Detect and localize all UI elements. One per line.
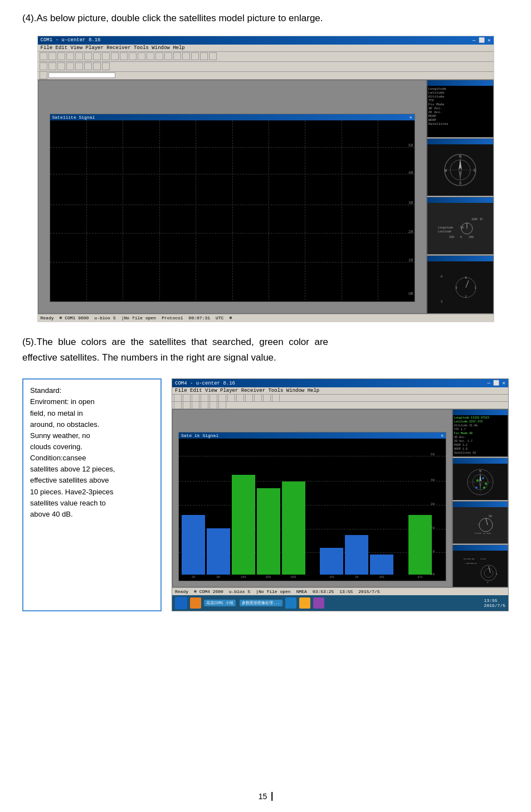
tb2b-btn3[interactable] xyxy=(192,401,199,409)
tb2-btn9[interactable] xyxy=(245,394,253,402)
tb2b-btn5[interactable] xyxy=(210,401,217,409)
taskbar-ie-icon[interactable] xyxy=(285,597,296,609)
toolbar-btn16[interactable] xyxy=(173,52,181,60)
xlabel-9: 01x xyxy=(408,576,432,579)
toolbar-btn11[interactable] xyxy=(129,52,137,60)
toolbar-btn13[interactable] xyxy=(147,52,154,60)
bar-7 xyxy=(345,535,368,575)
toolbar-btn9[interactable] xyxy=(111,52,119,60)
main-panel2: Sate lk Signal ✕ xyxy=(172,409,452,587)
tb2-btn2[interactable] xyxy=(183,394,191,402)
toolbar-btn10[interactable] xyxy=(120,52,128,60)
tb2-btn6[interactable] xyxy=(218,394,226,402)
tb2b-btn4[interactable] xyxy=(201,401,208,409)
svg-point-34 xyxy=(482,477,484,479)
chart-with-bars: 50 40 30 20 10 50 xyxy=(179,439,446,579)
svg-text:3: 3 xyxy=(455,286,457,290)
map2-titlebar xyxy=(453,545,508,551)
grid-label-10: 10 xyxy=(408,258,413,262)
svg-point-35 xyxy=(476,479,479,482)
toolbar-btn15[interactable] xyxy=(164,52,172,60)
map-panel2: 21:53:29 1/13 → 20:00:47 0 3 xyxy=(452,544,508,587)
toolbar2-btn2[interactable] xyxy=(48,62,56,70)
satellite-signal-window1: Satellite Signal ✕ 50 40 30 xyxy=(50,114,415,302)
toolbar2-btn7[interactable] xyxy=(93,62,101,70)
info2-altitude: Altitude 31.0m xyxy=(454,424,506,428)
toolbar-btn19[interactable] xyxy=(200,52,208,60)
toolbar2-btn5[interactable] xyxy=(75,62,83,70)
map-panel-titlebar xyxy=(427,256,493,261)
tb2-btn4[interactable] xyxy=(201,394,208,402)
sat-signal-close2[interactable]: ✕ xyxy=(441,433,444,438)
chart2-content: 50 ≈ Price +1.416 xyxy=(453,507,508,543)
chart-panel1: 100 160 50 200 0 250 Longitude Latitude xyxy=(427,197,494,255)
toolbar-btn12[interactable] xyxy=(138,52,145,60)
ucenter2-statusbar: Ready ⊛ COM4 2600 u-blox 5 |No file open… xyxy=(172,587,508,595)
info2-titlebar xyxy=(453,410,508,415)
note-line9: 10 pieces. Have2-3pieces xyxy=(30,487,154,498)
toolbar-btn4[interactable] xyxy=(66,52,74,60)
toolbar-btn18[interactable] xyxy=(191,52,199,60)
map2-content: 21:53:29 1/13 → 20:00:47 0 3 xyxy=(453,551,508,587)
info-panel-titlebar xyxy=(427,80,493,86)
tb2-btn8[interactable] xyxy=(236,394,244,402)
note-line1: Enviroment: in open xyxy=(30,396,154,407)
xlabel-4: 020 xyxy=(257,576,280,579)
toolbar-btn8[interactable] xyxy=(102,52,110,60)
taskbar-start-icon[interactable] xyxy=(175,597,187,609)
map-content: 8 1 2 3 0 3 xyxy=(427,261,493,313)
tb2-btn10[interactable] xyxy=(254,394,262,402)
toolbar-btn2[interactable] xyxy=(48,52,56,60)
toolbar-btn3[interactable] xyxy=(57,52,65,60)
taskbar-app2-label[interactable]: 参数图形图像处理... xyxy=(240,600,282,606)
tb2b-btn2[interactable] xyxy=(183,401,191,409)
toolbar-btn1[interactable] xyxy=(40,52,47,60)
address-bar[interactable] xyxy=(48,72,115,78)
svg-text:1/13: 1/13 xyxy=(480,558,486,560)
toolbar-btn6[interactable] xyxy=(84,52,92,60)
taskbar-file-icon[interactable] xyxy=(313,597,324,609)
toolbar-btn14[interactable] xyxy=(155,52,163,60)
tb2b-btn6[interactable] xyxy=(218,401,226,409)
toolbar-btn20[interactable] xyxy=(209,52,217,60)
status2-nofile: |No file open xyxy=(256,589,290,594)
page-number-area: 15 xyxy=(259,792,273,801)
svg-point-37 xyxy=(475,487,478,489)
tb2-btn3[interactable] xyxy=(192,394,199,402)
toolbar-btn17[interactable] xyxy=(182,52,190,60)
screenshot2-wrapper: COM4 - u-center 8.16 — ⬜ ✕ File Edit Vie… xyxy=(172,378,509,611)
taskbar-app1-icon[interactable] xyxy=(190,597,201,609)
section5-text2: effective satellites. The numbers in the… xyxy=(22,352,276,363)
toolbar2-btn1[interactable] xyxy=(40,62,47,70)
tb2-btn7[interactable] xyxy=(227,394,235,402)
bar-1 xyxy=(182,515,205,575)
toolbar2-btn8[interactable] xyxy=(102,62,110,70)
page-number-text: 15 xyxy=(259,792,267,801)
svg-point-48 xyxy=(484,568,493,577)
taskbar-explorer-icon[interactable] xyxy=(299,597,310,609)
ucenter1-title: COM1 - u-center 8.16 xyxy=(41,37,101,43)
tb2-btn12[interactable] xyxy=(272,394,280,402)
info-pdop: PDOP xyxy=(428,114,492,118)
tb2b-btn1[interactable] xyxy=(174,401,182,409)
tb2-btn1[interactable] xyxy=(174,394,182,402)
status2-time2: 13:55 xyxy=(339,589,353,594)
page-container: (4).As below picture, double click the s… xyxy=(0,0,531,812)
toolbar-btn7[interactable] xyxy=(93,52,101,60)
toolbar2-btn3[interactable] xyxy=(57,62,65,70)
svg-text:W: W xyxy=(444,168,447,173)
taskbar-app1-label[interactable]: 花花COM1 小组 xyxy=(204,600,236,606)
toolbar2-btn6[interactable] xyxy=(84,62,92,70)
toolbar-btn5[interactable] xyxy=(75,52,83,60)
info-fixmode: Fix Mode xyxy=(428,103,492,106)
toolbar2-btn4[interactable] xyxy=(66,62,74,70)
tb2-btn5[interactable] xyxy=(210,394,217,402)
note-line7: satellites above 12 pieces, xyxy=(30,464,154,475)
sat-signal-close1[interactable]: ✕ xyxy=(410,115,412,120)
bar-2 xyxy=(207,528,230,575)
svg-text:0: 0 xyxy=(460,236,462,239)
svg-text:1: 1 xyxy=(474,286,476,290)
toolbar3-btn1[interactable] xyxy=(40,71,47,79)
ucenter2-controls: — ⬜ ✕ xyxy=(487,380,505,386)
tb2-btn11[interactable] xyxy=(263,394,271,402)
